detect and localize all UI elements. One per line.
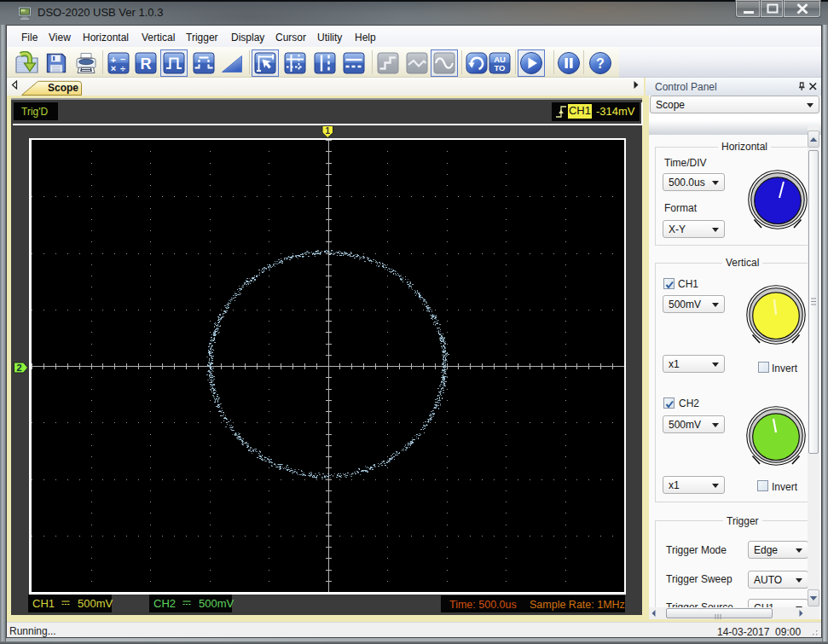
- svg-text:1: 1: [326, 126, 331, 136]
- svg-text:R: R: [141, 55, 152, 73]
- svg-text:×: ×: [110, 63, 115, 73]
- svg-text:–: –: [119, 54, 124, 64]
- svg-text:TO: TO: [494, 63, 505, 73]
- svg-text:?: ?: [596, 56, 605, 71]
- svg-text:AU: AU: [494, 55, 506, 64]
- svg-text:÷: ÷: [119, 63, 124, 73]
- svg-text:2: 2: [16, 363, 21, 373]
